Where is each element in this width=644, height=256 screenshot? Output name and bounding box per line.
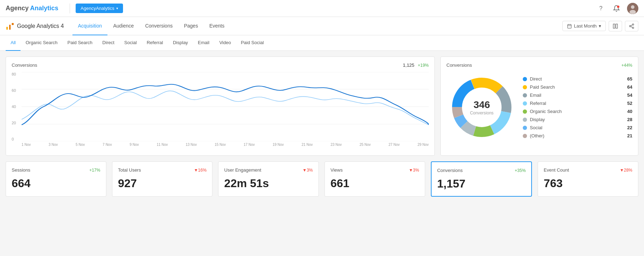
filter-tab-video[interactable]: Video [214,35,236,51]
line-chart-card: Conversions 1,125 +19% 80 60 40 20 0 [6,56,435,156]
legend-value: 54 [627,93,632,98]
svg-rect-7 [567,24,571,28]
stat-trend: +17% [89,168,100,173]
stat-value: 22m 51s [224,177,313,190]
legend-dot [523,93,527,97]
ga-logo: Google Analytics 4 [6,22,64,30]
filter-tab-paid-search[interactable]: Paid Search [63,35,98,51]
legend-name: Organic Search [530,109,625,114]
top-row: Conversions 1,125 +19% 80 60 40 20 0 [6,56,638,156]
legend-item-social: Social 22 [523,125,632,130]
legend-dot [523,85,527,89]
x-label-17: 17 Nov [244,143,255,150]
filter-tab-referral[interactable]: Referral [142,35,168,51]
legend-value: 52 [627,101,632,106]
stat-value: 927 [118,177,207,190]
donut-center: 346 Conversions [470,99,494,115]
svg-rect-11 [613,24,615,28]
filter-tab-social[interactable]: Social [119,35,142,51]
x-label-29: 29 Nov [417,143,429,150]
legend-item-direct: Direct 65 [523,76,632,82]
legend-value: 21 [627,133,632,138]
donut-legend: Direct 65 Paid Search 64 Email 54 Referr… [523,76,632,138]
x-label-1: 1 Nov [22,143,31,150]
svg-line-16 [631,26,633,28]
legend-dot [523,109,527,114]
second-nav-tabs: AcquisitionAudienceConversionsPagesEvent… [72,17,230,35]
filter-tab-organic-search[interactable]: Organic Search [21,35,62,51]
line-chart-header: Conversions 1,125 +19% [12,62,429,68]
second-nav-tab-audience[interactable]: Audience [107,17,139,35]
legend-item-paid-search: Paid Search 64 [523,84,632,90]
second-nav-tab-acquisition[interactable]: Acquisition [72,17,108,35]
ga-icon [6,22,14,30]
legend-value: 28 [627,117,632,122]
svg-point-2 [631,5,634,9]
x-axis-labels: 1 Nov 3 Nov 5 Nov 7 Nov 9 Nov 11 Nov 13 … [22,143,429,150]
donut-chart-title: Conversions [446,62,472,68]
columns-button[interactable] [609,21,622,31]
stat-value: 664 [12,177,100,190]
svg-line-17 [631,25,633,26]
line-chart-trend: +19% [418,63,429,68]
filter-tab-all[interactable]: All [6,35,21,51]
second-nav-tab-pages[interactable]: Pages [178,17,204,35]
legend-dot [523,101,527,106]
stat-trend: ▼16% [194,168,206,173]
date-btn-label: Last Month [574,23,597,29]
x-label-15: 15 Nov [215,143,226,150]
line-chart-meta: 1,125 +19% [403,62,429,68]
stat-header: User Engagement ▼3% [224,167,313,173]
stat-title: Conversions [437,168,463,173]
line-chart-value: 1,125 [403,62,415,68]
stats-row: Sessions +17% 664 Total Users ▼16% 927 U… [6,161,638,197]
stat-card-sessions[interactable]: Sessions +17% 664 [6,161,106,197]
share-button[interactable] [625,21,638,31]
line-chart-title: Conversions [12,62,37,68]
second-nav-tab-events[interactable]: Events [204,17,230,35]
legend-item-referral: Referral 52 [523,101,632,106]
donut-chart-card: Conversions +44% [440,56,638,156]
agency-button[interactable]: AgencyAnalytics ▾ [76,4,123,13]
stat-value: 763 [544,177,632,190]
x-label-11: 11 Nov [157,143,168,150]
filter-tab-email[interactable]: Email [193,35,215,51]
date-range-button[interactable]: Last Month ▾ [562,21,606,31]
legend-name: Email [530,93,625,98]
filter-tab-direct[interactable]: Direct [98,35,119,51]
stat-card-user-engagement[interactable]: User Engagement ▼3% 22m 51s [218,161,319,197]
calendar-icon [567,24,572,29]
caret-icon: ▾ [599,23,601,29]
stat-card-total-users[interactable]: Total Users ▼16% 927 [112,161,213,197]
legend-name: Direct [530,76,625,82]
stat-header: Views ▼3% [330,167,419,173]
legend-item-organic-search: Organic Search 40 [523,109,632,114]
line-chart-area: 80 60 40 20 0 [12,72,429,150]
legend-item--other-: (Other) 21 [523,133,632,138]
filter-tab-paid-social[interactable]: Paid Social [236,35,269,51]
logo-analytics-text: Analytics [30,5,58,12]
stat-card-conversions[interactable]: Conversions +35% 1,157 [431,161,532,197]
stat-card-views[interactable]: Views ▼3% 661 [324,161,425,197]
main-content: Conversions 1,125 +19% 80 60 40 20 0 [0,51,644,202]
x-label-27: 27 Nov [388,143,400,150]
stat-header: Sessions +17% [12,167,100,173]
avatar[interactable] [627,3,638,14]
svg-point-3 [630,10,636,14]
notification-icon[interactable] [611,4,621,13]
line-chart-svg [22,72,429,141]
stat-card-event-count[interactable]: Event Count ▼28% 763 [538,161,638,197]
x-label-21: 21 Nov [301,143,313,150]
help-icon[interactable]: ? [596,4,606,13]
second-nav-tab-conversions[interactable]: Conversions [140,17,178,35]
stat-header: Event Count ▼28% [544,167,632,173]
top-nav: AgencyAnalytics AgencyAnalytics ▾ ? [0,0,644,17]
nav-right: ? [596,3,638,14]
svg-point-0 [617,5,620,8]
svg-point-14 [630,25,631,27]
stat-title: Sessions [12,167,30,173]
filter-tab-display[interactable]: Display [168,35,193,51]
legend-dot [523,77,527,81]
donut-wrap: 346 Conversions [446,72,517,143]
x-label-3: 3 Nov [48,143,58,150]
